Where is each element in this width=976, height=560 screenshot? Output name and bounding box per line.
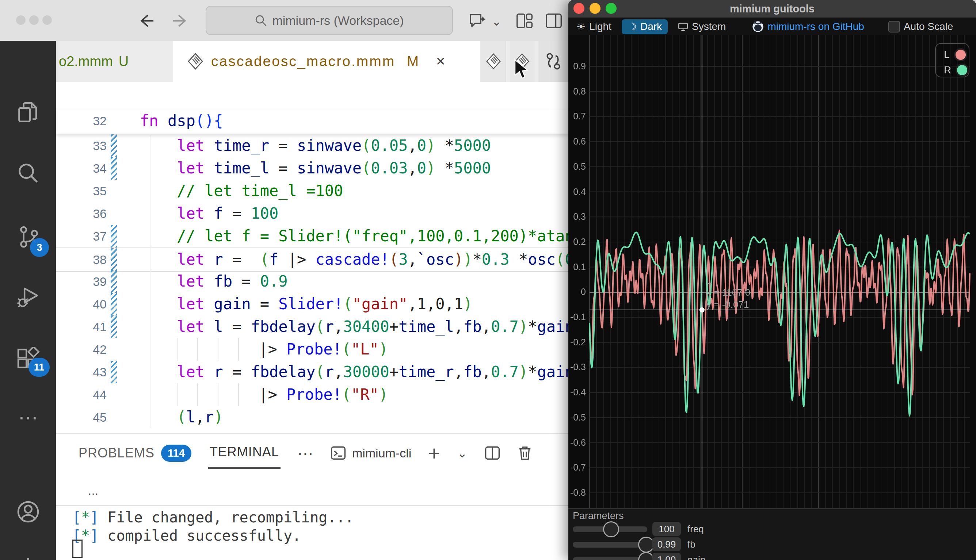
run-debug-icon[interactable] <box>17 285 40 308</box>
y-tick-label: 0.6 <box>568 136 586 147</box>
window-minimize-button[interactable] <box>29 15 39 25</box>
autoscale-toggle[interactable]: Auto Scale <box>888 21 953 32</box>
code-token: gain <box>214 295 250 313</box>
slider-knob[interactable] <box>603 521 619 537</box>
new-terminal-icon[interactable]: + <box>428 442 440 465</box>
code-token: ) <box>454 250 463 268</box>
y-tick-label: 0.9 <box>568 61 586 72</box>
code-row[interactable]: 34let time_l = sinwave(0.03,0) *5000 <box>56 157 568 180</box>
y-tick-label: -0.3 <box>568 362 586 372</box>
account-icon[interactable] <box>17 500 40 523</box>
tab-cascadeosc-macro[interactable]: cascadeosc_macro.mmm M × <box>173 41 480 82</box>
tab-preview-1[interactable] <box>481 41 506 82</box>
code-token: 0.7 <box>491 363 519 381</box>
code-row[interactable]: 33let time_r = sinwave(0.05,0) *5000 <box>56 134 568 157</box>
code-token: = <box>223 363 251 381</box>
theme-dark-button[interactable]: ☽ Dark <box>622 19 668 34</box>
terminal-text: File changed, recompiling... <box>98 509 354 526</box>
code-token: sinwave <box>297 137 362 154</box>
tab-scm-graph[interactable] <box>539 41 568 82</box>
tab-terminal[interactable]: TERMINAL <box>208 438 280 469</box>
code-token: l <box>214 318 223 335</box>
code-token: + <box>389 318 399 335</box>
plot-legend[interactable]: LR <box>935 43 969 77</box>
code-token: 5000 <box>454 159 491 177</box>
code-area[interactable]: 33let time_r = sinwave(0.05,0) *500034le… <box>56 134 568 433</box>
param-value[interactable]: 1.00 <box>652 553 681 560</box>
code-token: * <box>435 159 454 177</box>
code-line: (l,r) <box>177 406 223 428</box>
terminal-text: compiled successfully. <box>98 527 301 544</box>
param-value[interactable]: 100 <box>652 522 681 536</box>
code-row[interactable]: 45(l,r) <box>56 406 568 428</box>
code-row[interactable]: 44|> Probe!("R") <box>56 383 568 406</box>
code-token: ) <box>463 250 472 268</box>
window-zoom-button[interactable] <box>42 15 52 25</box>
code-token: * <box>510 250 528 268</box>
slider-knob[interactable] <box>638 552 654 560</box>
more-views-icon[interactable]: ⋯ <box>18 406 40 429</box>
code-token: = <box>223 205 251 222</box>
code-row[interactable]: 41let l = fbdelay(r,30400+time_l,fb,0.7)… <box>56 315 568 338</box>
code-token: ) <box>426 137 435 154</box>
chevron-down-icon[interactable]: ⌄ <box>492 15 502 28</box>
theme-light-button[interactable]: ☀ Light <box>576 21 611 33</box>
code-row[interactable]: 43let r = fbdelay(r,30000+time_r,fb,0.7)… <box>56 361 568 383</box>
tab-o2mmm[interactable]: o2.mmm U <box>56 41 176 82</box>
code-token: * <box>528 363 537 381</box>
code-row[interactable]: 42|> Probe!("L") <box>56 338 568 361</box>
code-token: time_r <box>399 363 454 381</box>
terminal-output[interactable]: [*] File changed, recompiling...[*] comp… <box>72 508 354 545</box>
sticky-scroll-line[interactable]: 32fn dsp(){ <box>56 110 568 133</box>
launch-profile-chevron-icon[interactable]: ⌄ <box>457 446 467 460</box>
back-icon[interactable] <box>138 13 155 28</box>
indent-guides <box>177 338 259 361</box>
legend-entry[interactable]: L <box>944 48 967 61</box>
tooltip-x-value: x = 1167.0 <box>706 287 750 298</box>
github-link[interactable]: mimium-rs on GitHub <box>752 21 864 32</box>
code-row[interactable]: 40let gain = Slider!("gain",1,0,1) <box>56 293 568 315</box>
param-value[interactable]: 0.99 <box>652 537 681 551</box>
code-row[interactable]: 35// let time_l =100 <box>56 180 568 202</box>
code-token: |> <box>259 340 286 358</box>
layout-panel-icon[interactable] <box>545 12 562 29</box>
code-token: |> <box>259 385 286 403</box>
legend-entry[interactable]: R <box>944 63 969 77</box>
tab-label: o2.mmm <box>59 54 113 69</box>
code-row[interactable]: 36let f = 100 <box>56 202 568 225</box>
slider-track[interactable] <box>573 557 647 560</box>
settings-gear-icon[interactable] <box>17 557 40 560</box>
split-terminal-icon[interactable] <box>484 445 501 461</box>
terminal-separator <box>56 505 568 506</box>
code-row[interactable]: 37// let f = Slider!("freq",100,0.1,200)… <box>56 225 568 248</box>
forward-icon[interactable] <box>172 13 189 28</box>
code-line: let l = fbdelay(r,30400+time_l,fb,0.7)*g… <box>177 315 568 338</box>
copilot-chat-icon[interactable] <box>468 12 487 30</box>
window-close-button[interactable] <box>16 15 25 25</box>
terminal-instance[interactable]: mimium-cli <box>330 445 411 461</box>
oscilloscope-plot[interactable] <box>568 35 976 508</box>
checkbox-icon[interactable] <box>888 21 900 32</box>
more-actions-icon[interactable]: ⋯ <box>297 444 314 463</box>
close-icon[interactable]: × <box>436 53 445 70</box>
code-row[interactable]: 39let fb = 0.9 <box>56 270 568 293</box>
line-number: 35 <box>77 180 107 202</box>
code-token: time_l <box>399 318 454 335</box>
customize-layout-icon[interactable] <box>516 12 533 29</box>
code-line: // let f = Slider!("freq",100,0.1,200)*a… <box>177 225 568 248</box>
code-token: ,1,0,1 <box>408 295 463 313</box>
search-sidebar-icon[interactable] <box>17 162 40 185</box>
theme-system-button[interactable]: System <box>678 21 726 32</box>
terminal-ellipsis: … <box>88 485 98 497</box>
code-token: 3 <box>399 250 408 268</box>
code-row[interactable]: 38let r = (f |> cascade!(3,`osc))*0.3 *o… <box>56 248 568 272</box>
kill-terminal-trash-icon[interactable] <box>517 445 532 462</box>
code-token: ( <box>342 385 351 403</box>
explorer-icon[interactable] <box>17 101 40 124</box>
search-value: mimium-rs (Workspace) <box>272 13 404 28</box>
slider-track[interactable] <box>573 542 647 548</box>
tab-problems[interactable]: PROBLEMS 114 <box>78 445 192 462</box>
slider-knob[interactable] <box>638 537 654 553</box>
guitools-titlebar[interactable]: mimium guitools <box>568 0 976 18</box>
search-input[interactable]: mimium-rs (Workspace) <box>206 6 453 35</box>
